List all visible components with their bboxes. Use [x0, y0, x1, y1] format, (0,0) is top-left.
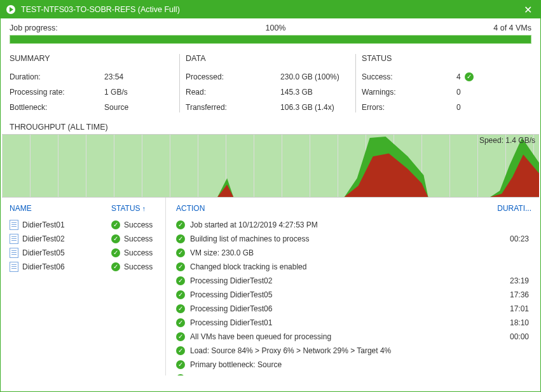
success-icon [176, 290, 185, 299]
bottleneck-label: Bottleneck: [10, 103, 104, 112]
progress-bar-fill [10, 36, 531, 43]
sort-asc-icon: ↑ [142, 205, 146, 212]
log-message: Primary bottleneck: Source [190, 359, 282, 370]
data-col: DATA Processed:230.0 GB (100%) Read:145.… [179, 54, 355, 115]
log-row[interactable]: Load: Source 84% > Proxy 6% > Network 29… [176, 344, 531, 358]
vm-list-pane: NAME STATUS ↑ DidierTest01SuccessDidierT… [1, 198, 166, 375]
log-duration: 17:36 [487, 289, 531, 301]
duration-header[interactable]: DURATI... [487, 204, 531, 213]
log-row[interactable]: Processing DidierTest0517:36 [176, 288, 531, 302]
vm-icon [10, 248, 18, 258]
action-log-pane: ACTION DURATI... Job started at 10/12/20… [166, 198, 540, 375]
log-row[interactable]: VM size: 230.0 GB [176, 246, 531, 260]
success-icon [176, 374, 185, 375]
progress-bar [10, 35, 531, 44]
log-message: Load: Source 84% > Proxy 6% > Network 29… [190, 345, 391, 356]
job-progress-percent: 100% [266, 24, 286, 32]
log-row[interactable]: All VMs have been queued for processing0… [176, 330, 531, 344]
log-message: Processing DidierTest01 [190, 317, 272, 328]
success-label: Success: [362, 72, 456, 81]
progress-row: Job progress: 100% 4 of 4 VMs [1, 18, 540, 35]
log-message: All VMs have been queued for processing [190, 331, 331, 342]
errors-value: 0 [456, 103, 525, 112]
read-label: Read: [186, 88, 280, 97]
vm-status: Success [124, 219, 153, 231]
summary-col: SUMMARY Duration:23:54 Processing rate:1… [10, 54, 179, 115]
throughput-chart: Speed: 1.4 GB/s [2, 134, 539, 198]
summary-heading: SUMMARY [10, 54, 173, 63]
titlebar[interactable]: TEST-NTFS03-TO-SOBR-REFS (Active Full) ✕ [1, 1, 540, 18]
status-col: STATUS Success:4 Warnings:0 Errors:0 [355, 54, 531, 115]
vm-row[interactable]: DidierTest02Success [10, 232, 159, 246]
vm-row[interactable]: DidierTest05Success [10, 246, 159, 260]
close-icon[interactable]: ✕ [520, 2, 535, 17]
log-row[interactable]: Primary bottleneck: Source [176, 358, 531, 372]
rate-value: 1 GB/s [104, 88, 173, 97]
success-icon [176, 262, 185, 271]
log-message: Job finished at 10/12/2019 4:51:48 PM [190, 373, 320, 375]
success-icon [176, 304, 185, 313]
success-icon [111, 248, 120, 257]
success-icon [176, 346, 185, 355]
data-heading: DATA [186, 54, 349, 63]
vm-name: DidierTest02 [22, 233, 65, 245]
success-icon [176, 332, 185, 341]
log-row[interactable]: Processing DidierTest0223:19 [176, 274, 531, 288]
log-message: Building list of machines to process [190, 233, 309, 245]
stats-panel: SUMMARY Duration:23:54 Processing rate:1… [1, 51, 540, 123]
vm-name-header[interactable]: NAME [10, 204, 111, 213]
lower-panes: NAME STATUS ↑ DidierTest01SuccessDidierT… [1, 198, 540, 375]
job-progress-label: Job progress: [10, 24, 58, 32]
success-icon [176, 276, 185, 285]
success-value: 4 [456, 72, 461, 81]
vm-name: DidierTest06 [22, 261, 65, 273]
log-duration: 18:10 [487, 317, 531, 328]
warnings-value: 0 [456, 88, 525, 97]
action-header[interactable]: ACTION [176, 204, 487, 213]
read-value: 145.3 GB [280, 88, 349, 97]
transferred-label: Transferred: [186, 103, 280, 112]
vm-icon [10, 234, 18, 244]
rate-label: Processing rate: [10, 88, 104, 97]
processed-value: 230.0 GB (100%) [280, 72, 349, 81]
success-icon [176, 220, 185, 229]
log-message: Changed block tracking is enabled [190, 261, 306, 273]
vm-name: DidierTest01 [22, 219, 65, 231]
vm-status-header[interactable]: STATUS ↑ [111, 204, 159, 213]
status-heading: STATUS [362, 54, 525, 63]
success-icon [111, 220, 120, 229]
log-duration: 17:01 [487, 303, 531, 314]
log-row[interactable]: Job finished at 10/12/2019 4:51:48 PM [176, 372, 531, 375]
success-icon [111, 234, 120, 243]
success-icon [111, 262, 120, 271]
log-message: Processing DidierTest05 [190, 289, 272, 301]
log-row[interactable]: Building list of machines to process00:2… [176, 232, 531, 246]
log-message: Processing DidierTest02 [190, 275, 272, 287]
log-duration: 00:00 [487, 331, 531, 342]
processed-label: Processed: [186, 72, 280, 81]
throughput-speed: Speed: 1.4 GB/s [479, 136, 535, 145]
log-duration: 00:23 [487, 233, 531, 245]
log-message: Processing DidierTest06 [190, 303, 272, 314]
success-icon [465, 72, 474, 81]
vm-icon [10, 262, 18, 272]
throughput-label: THROUGHPUT (ALL TIME) [1, 123, 540, 134]
log-row[interactable]: Processing DidierTest0118:10 [176, 316, 531, 330]
log-row[interactable]: Job started at 10/12/2019 4:27:53 PM [176, 218, 531, 232]
duration-label: Duration: [10, 72, 104, 81]
vm-status: Success [124, 261, 153, 273]
vm-row[interactable]: DidierTest06Success [10, 260, 159, 274]
vm-name: DidierTest05 [22, 247, 65, 259]
duration-value: 23:54 [104, 72, 173, 81]
vm-row[interactable]: DidierTest01Success [10, 218, 159, 232]
errors-label: Errors: [362, 103, 456, 112]
window-title: TEST-NTFS03-TO-SOBR-REFS (Active Full) [21, 5, 520, 14]
log-row[interactable]: Processing DidierTest0617:01 [176, 302, 531, 316]
transferred-value: 106.3 GB (1.4x) [280, 103, 349, 112]
log-row[interactable]: Changed block tracking is enabled [176, 260, 531, 274]
success-icon [176, 234, 185, 243]
vm-icon [10, 220, 18, 230]
app-icon [6, 4, 16, 15]
warnings-label: Warnings: [362, 88, 456, 97]
log-message: Job started at 10/12/2019 4:27:53 PM [190, 219, 318, 231]
